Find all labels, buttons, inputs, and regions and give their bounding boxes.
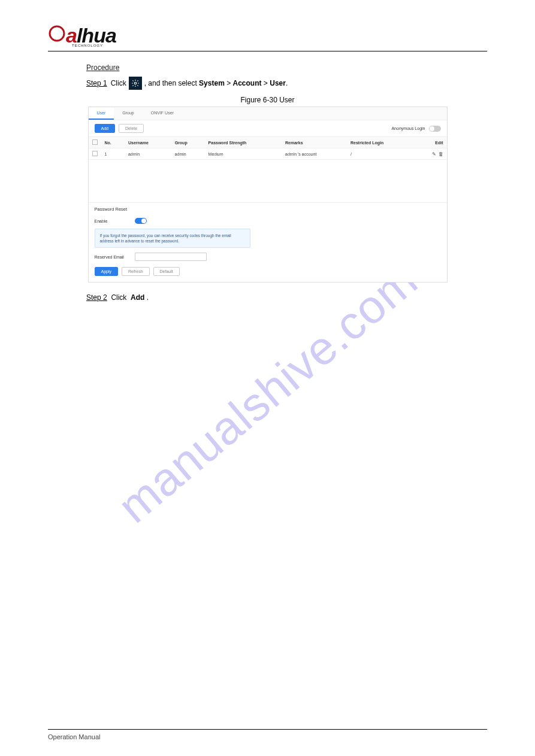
delete-button[interactable]: Delete [119, 124, 144, 133]
step-1-text-select: , and then select [144, 79, 197, 87]
password-reset-heading: Password Reset [89, 202, 447, 215]
brand-logo: a lhua TECHNOLOGY [48, 24, 116, 47]
step-1-line: Step 1 Click , and then select System > … [86, 77, 487, 90]
add-button[interactable]: Add [95, 124, 115, 133]
col-remarks: Remarks [282, 137, 347, 148]
enable-label: Enable [95, 219, 128, 223]
reserved-email-input[interactable] [135, 253, 207, 261]
tabs-row: User Group ONVIF User [89, 107, 447, 120]
apply-button[interactable]: Apply [95, 267, 119, 276]
sep2: > [264, 79, 268, 87]
figure-6-30-label: Figure 6-30 User [48, 96, 487, 104]
cell-restricted: / [347, 148, 415, 160]
select-all-checkbox[interactable] [92, 139, 98, 145]
procedure-heading: Procedure [86, 63, 487, 72]
svg-point-0 [50, 26, 64, 41]
col-edit: Edit [415, 137, 447, 148]
row-checkbox[interactable] [92, 151, 98, 156]
table-row: 1 admin admin Medium admin 's account / … [89, 148, 447, 160]
step-1-bold-system: System [199, 79, 225, 87]
step-2-label: Step 2 [86, 293, 107, 302]
col-username: Username [125, 137, 171, 148]
refresh-button[interactable]: Refresh [122, 267, 150, 276]
step-1-text-click: Click [111, 79, 126, 87]
step-1-period: . [286, 79, 288, 87]
users-table: No. Username Group Password Strength Rem… [89, 136, 447, 160]
user-page-screenshot: User Group ONVIF User Add Delete Anonymo… [88, 107, 448, 283]
step-2-period: . [147, 293, 149, 302]
step-1-bold-user: User [270, 79, 286, 87]
cell-group: admin [171, 148, 205, 160]
step-1-label: Step 1 [86, 79, 107, 87]
step-2-line: Step 2 Click Add . [86, 293, 487, 302]
cell-strength: Medium [205, 148, 282, 160]
sep1: > [226, 79, 231, 87]
col-password-strength: Password Strength [205, 137, 282, 148]
enable-toggle[interactable] [135, 218, 147, 224]
step-2-bold-add: Add [131, 293, 144, 302]
step-1-bold-account: Account [233, 79, 262, 87]
anonymous-login-label: Anonymous Login [391, 126, 425, 130]
delete-row-icon[interactable]: 🗑 [439, 151, 443, 157]
step-2-text: Click [111, 293, 126, 302]
tab-onvif-user[interactable]: ONVIF User [143, 107, 182, 120]
col-restricted-login: Restricted Login [347, 137, 415, 148]
cell-no: 1 [101, 148, 125, 160]
edit-icon[interactable]: ✎ [432, 151, 436, 157]
gear-icon [129, 77, 142, 90]
footer: Operation Manual [48, 733, 487, 740]
reserved-email-label: Reserved Email [95, 255, 128, 259]
header-logo-row: a lhua TECHNOLOGY [48, 24, 487, 51]
logo-swirl-icon [48, 25, 66, 42]
col-no: No. [101, 137, 125, 148]
cell-username: admin [125, 148, 171, 160]
default-button[interactable]: Default [153, 267, 180, 276]
toolbar-row: Add Delete Anonymous Login [89, 120, 447, 136]
footer-left: Operation Manual [48, 733, 100, 740]
tab-user[interactable]: User [89, 107, 114, 120]
cell-remarks: admin 's account [282, 148, 347, 160]
tab-group[interactable]: Group [114, 107, 142, 120]
col-checkbox [89, 137, 101, 148]
col-group: Group [171, 137, 205, 148]
svg-point-1 [134, 82, 137, 84]
footer-rule [48, 729, 487, 730]
password-reset-info: If you forgot the password, you can rece… [95, 229, 250, 248]
anonymous-login-toggle[interactable] [429, 126, 441, 132]
